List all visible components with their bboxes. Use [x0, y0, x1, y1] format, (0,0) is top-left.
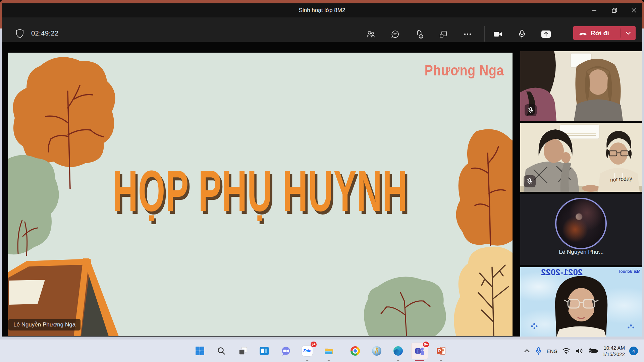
orange-tree-right: [456, 129, 513, 245]
meeting-timer: 02:49:22: [31, 29, 59, 37]
search-button[interactable]: [211, 340, 232, 362]
language-indicator[interactable]: ENG: [547, 348, 558, 354]
raise-hand-icon: [414, 29, 424, 39]
chat-button[interactable]: [388, 27, 402, 42]
breakout-rooms-button[interactable]: [436, 27, 451, 42]
camera-button[interactable]: [490, 27, 505, 42]
file-explorer-button[interactable]: [318, 340, 339, 362]
battery-indicator[interactable]: [588, 347, 598, 355]
edge-icon: [393, 346, 403, 356]
active-app-indicator: [415, 360, 424, 361]
participants-button[interactable]: [363, 27, 378, 42]
close-icon: [632, 8, 636, 13]
camera-on-icon: [493, 29, 503, 39]
wifi-indicator[interactable]: [562, 347, 571, 355]
search-icon: [217, 347, 226, 355]
windows-start-icon: [196, 347, 204, 355]
tray-microphone-icon: [535, 347, 542, 355]
restore-icon: [612, 8, 617, 13]
running-indicator: [306, 360, 309, 361]
window-title: Sinh hoạt lớp 8M2: [2, 3, 642, 17]
more-options-button[interactable]: [460, 27, 475, 42]
meeting-toolbar: 02:49:22: [2, 17, 642, 42]
task-view-icon: [238, 347, 248, 356]
edge-button[interactable]: [387, 340, 409, 362]
reactions-button[interactable]: [412, 27, 427, 42]
microphone-on-icon: [517, 29, 527, 39]
leave-button[interactable]: Rời đi: [573, 26, 636, 40]
wifi-icon: [562, 347, 571, 355]
running-indicator: [397, 360, 399, 361]
leave-options-button[interactable]: [621, 31, 636, 35]
powerpoint-button[interactable]: P: [430, 340, 452, 362]
share-screen-button[interactable]: [539, 27, 553, 42]
participant-video-1: [520, 51, 642, 121]
tray-date: 1/15/2022: [602, 351, 625, 358]
desktop-edge-bottom: [0, 337, 644, 339]
leave-button-label: Rời đi: [591, 29, 609, 37]
shield-icon: [15, 28, 24, 39]
participant-avatar-tile[interactable]: Lê Nguyễn Phư...: [520, 194, 642, 265]
participant-name: Lê Nguyễn Phư...: [520, 249, 642, 255]
leave-call-icon: [579, 30, 587, 37]
desktop-edge-right: [642, 28, 644, 339]
sage-tree-left: [8, 155, 59, 255]
slide-signature: Phương Nga: [424, 62, 504, 79]
chevron-down-icon: [626, 31, 631, 35]
teams-button[interactable]: T 9+: [409, 340, 430, 362]
zalo-button[interactable]: Zalo 5+: [297, 340, 318, 362]
notification-count-badge[interactable]: 4: [629, 347, 638, 355]
screen-share-border-right: [642, 3, 644, 28]
teams-chat-button[interactable]: [275, 340, 297, 362]
windows-taskbar: Zalo 5+: [0, 339, 644, 362]
zalo-icon: Zalo: [302, 346, 313, 356]
svg-text:P: P: [438, 348, 441, 353]
widgets-icon: [260, 347, 269, 355]
teams-chat-icon: [281, 346, 291, 356]
svg-text:T: T: [417, 349, 419, 354]
chrome-button[interactable]: [344, 340, 366, 362]
mic-muted-icon: [526, 178, 533, 185]
microphone-button[interactable]: [515, 27, 529, 42]
presenter-name-overlay: Lê Nguyễn Phương Nga: [8, 319, 80, 330]
clock[interactable]: 10:42 AM 1/15/2022: [602, 345, 625, 358]
volume-indicator[interactable]: [575, 347, 584, 355]
title-bar: Sinh hoạt lớp 8M2: [2, 3, 642, 17]
participant-video-4: [520, 267, 642, 337]
mic-in-use-indicator[interactable]: [535, 347, 542, 355]
minimize-icon: [592, 8, 597, 13]
toolbar-divider: [484, 26, 485, 42]
taskbar-app-icons: Zalo 5+: [189, 340, 452, 362]
chrome-icon: [351, 346, 360, 356]
file-explorer-icon: [324, 347, 334, 355]
screen: Sinh hoạt lớp 8M2 02:49:22: [0, 0, 644, 362]
muted-mic-indicator: [524, 175, 536, 187]
system-tray: ENG: [523, 340, 644, 362]
speaker-icon: [575, 347, 584, 355]
teams-notification-badge: 9+: [423, 342, 429, 347]
geometry-app-icon: [372, 346, 381, 356]
participant-video-tile-2[interactable]: not today: [520, 123, 642, 192]
geometry-app-button[interactable]: [366, 340, 387, 362]
close-button[interactable]: [626, 3, 642, 17]
powerpoint-icon: P: [436, 346, 446, 356]
running-indicator: [328, 360, 330, 361]
start-button[interactable]: [189, 340, 211, 362]
shared-slide: Phương Nga HỌP PHỤ HUYNH: [8, 53, 513, 336]
restore-button[interactable]: [607, 3, 622, 17]
zalo-notification-badge: 5+: [311, 342, 317, 347]
running-indicator: [440, 360, 442, 361]
mic-muted-icon: [527, 107, 534, 114]
muted-mic-indicator: [525, 104, 537, 116]
participant-video-tile-1[interactable]: [520, 51, 642, 121]
teams-icon: T: [414, 346, 425, 356]
tray-overflow-button[interactable]: [523, 348, 531, 354]
minimize-button[interactable]: [587, 3, 602, 17]
task-view-button[interactable]: [232, 340, 254, 362]
participant-video-tile-4[interactable]: 2021-2022 Mai School: [520, 267, 642, 337]
widgets-button[interactable]: [254, 340, 275, 362]
more-options-icon: [463, 29, 472, 39]
participant-avatar: [555, 198, 607, 249]
yellow-tree-bottom-right: [454, 247, 513, 336]
share-screen-icon: [541, 29, 551, 39]
